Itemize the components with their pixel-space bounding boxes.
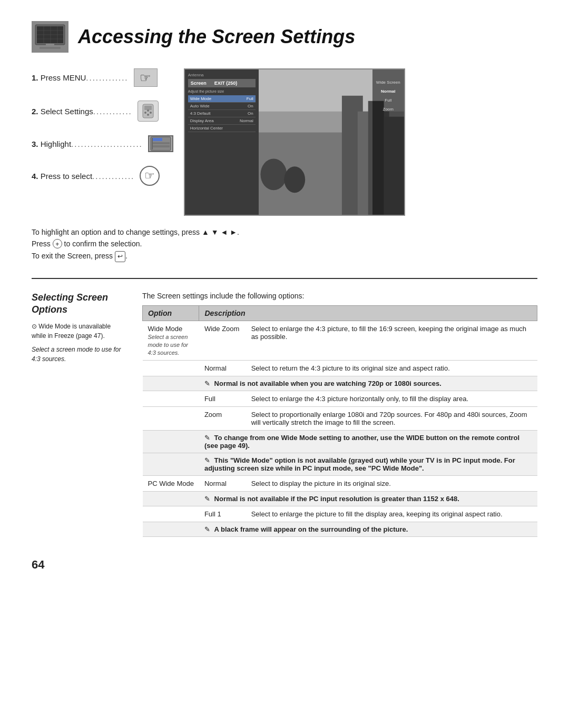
- note-black-frame: ✎ A black frame will appear on the surro…: [199, 522, 537, 536]
- page-title: Accessing the Screen Settings: [78, 26, 355, 48]
- intro-text: The Screen settings include the followin…: [142, 292, 537, 300]
- option-empty-3: [143, 406, 199, 430]
- desc-pc-normal-text: Select to display the picture in its ori…: [246, 475, 537, 491]
- note-empty-pc: [143, 491, 199, 506]
- svg-point-14: [147, 114, 149, 116]
- desc-full-label: Full: [199, 391, 246, 406]
- pencil-icon-2: ✎: [204, 434, 210, 442]
- tv-opt-wide-screen: Wide Screen: [375, 80, 401, 85]
- table-header-row: Option Description: [143, 305, 537, 321]
- page-header: Accessing the Screen Settings: [32, 21, 537, 53]
- svg-rect-18: [152, 142, 170, 144]
- step-3-text: 3. Highlight......................: [32, 139, 143, 148]
- desc-normal-label: Normal: [199, 360, 246, 376]
- tv-screen-title: Screen EXIT (250): [188, 79, 256, 87]
- note-row-normal: ✎ Normal is not available when you are w…: [143, 376, 537, 391]
- tv-settings-icon: [32, 21, 68, 53]
- step-4: 4. Press to select............. ☞: [32, 166, 173, 186]
- step-4-text: 4. Press to select.............: [32, 172, 134, 181]
- desc-full1-label: Full 1: [199, 506, 246, 522]
- desc-normal-text: Select to return the 4:3 picture to its …: [246, 360, 537, 376]
- step-2-text: 2. Select Settings............: [32, 107, 132, 116]
- tv-opt-full: Full: [375, 98, 401, 103]
- step-3-icon: [148, 135, 173, 152]
- table-row: Normal Select to return the 4:3 picture …: [143, 360, 537, 376]
- tv-opt-normal: Normal: [375, 89, 401, 94]
- wide-note-2-text: ✎ This "Wide Mode" option is not availab…: [199, 453, 537, 475]
- wide-note-row-2: ✎ This "Wide Mode" option is not availab…: [143, 453, 537, 475]
- svg-rect-20: [152, 138, 153, 149]
- section-divider: [32, 278, 537, 279]
- svg-point-12: [144, 112, 146, 114]
- step-1: 1. Press MENU............. ☞: [32, 68, 173, 87]
- col-description: Description: [199, 305, 537, 321]
- table-row: Zoom Select to proportionally enlarge 10…: [143, 406, 537, 430]
- pencil-icon-1: ✎: [204, 380, 210, 387]
- options-table: Option Description Wide Mode Select a sc…: [142, 305, 537, 537]
- tv-opt-zoom: Zoom: [375, 107, 401, 112]
- tv-screenshot: Antenna Screen EXIT (250) Adjust the pic…: [184, 68, 405, 216]
- desc-pc-normal-label: Normal: [199, 475, 246, 491]
- sidebar: Selecting Screen Options ⊙ Wide Mode is …: [32, 292, 126, 537]
- note-normal-720p: ✎ Normal is not available when you are w…: [199, 376, 537, 391]
- note-row-black-frame: ✎ A black frame will appear on the surro…: [143, 522, 537, 536]
- table-row: PC Wide Mode Normal Select to display th…: [143, 475, 537, 491]
- svg-rect-8: [46, 44, 54, 47]
- pencil-icon-5: ✎: [204, 525, 210, 533]
- note-pc-resolution: ✎ Normal is not available if the PC inpu…: [199, 491, 537, 506]
- tv-menu-wide-mode: Wide ModeFull: [188, 95, 256, 103]
- svg-rect-17: [152, 138, 162, 141]
- note-1: To highlight an option and to change set…: [32, 226, 537, 238]
- table-row: Full Select to enlarge the 4:3 picture h…: [143, 391, 537, 406]
- step-1-icon: ☞: [134, 68, 158, 87]
- step-2: 2. Select Settings............: [32, 101, 173, 122]
- tv-menu-auto-wide: Auto WideOn: [188, 103, 256, 110]
- option-empty-4: [143, 506, 199, 522]
- option-wide-mode: Wide Mode Select a screenmode to use for…: [143, 321, 199, 360]
- note-sun-icon: ⊙: [32, 323, 37, 330]
- step-3: 3. Highlight......................: [32, 135, 173, 152]
- sidebar-title: Selecting Screen Options: [32, 292, 126, 316]
- tv-image-area: Wide Screen Normal Full Zoom: [259, 69, 404, 216]
- desc-zoom-label: Zoom: [199, 406, 246, 430]
- sidebar-note: ⊙ Wide Mode is unavailable while in Free…: [32, 322, 126, 341]
- hand-icon: ☞: [140, 71, 151, 85]
- col-option: Option: [143, 305, 199, 321]
- tv-sidebar-options: Wide Screen Normal Full Zoom: [372, 69, 404, 216]
- table-header: Option Description: [143, 305, 537, 321]
- note-3: To exit the Screen, press ↩.: [32, 250, 537, 262]
- table-row: Wide Mode Select a screenmode to use for…: [143, 321, 537, 360]
- desc-zoom-text: Select to proportionally enlarge 1080i a…: [246, 406, 537, 430]
- desc-full-text: Select to enlarge the 4:3 picture horizo…: [246, 391, 537, 406]
- svg-rect-9: [40, 47, 61, 49]
- notes-section: To highlight an option and to change set…: [32, 226, 537, 262]
- svg-point-13: [150, 112, 152, 114]
- svg-point-29: [284, 166, 305, 193]
- tv-menu-horizontal-center: Horizontal Center: [188, 125, 256, 132]
- wide-note-empty-2: [143, 453, 199, 475]
- svg-point-15: [147, 109, 149, 112]
- step-1-text: 1. Press MENU.............: [32, 73, 129, 82]
- main-content: Selecting Screen Options ⊙ Wide Mode is …: [32, 292, 537, 537]
- option-empty-1: [143, 360, 199, 376]
- step-4-icon: ☞: [140, 166, 160, 186]
- option-empty-2: [143, 391, 199, 406]
- svg-point-28: [260, 158, 287, 190]
- svg-rect-19: [152, 145, 170, 147]
- tv-menu-display-area: Display AreaNormal: [188, 117, 256, 125]
- wide-note-1-text: ✎ To change from one Wide Mode setting t…: [199, 430, 537, 453]
- wide-note-empty-1: [143, 430, 199, 453]
- table-row: Full 1 Select to enlarge the picture to …: [143, 506, 537, 522]
- tv-menu-panel: Antenna Screen EXIT (250) Adjust the pic…: [185, 69, 259, 216]
- steps-list: 1. Press MENU............. ☞ 2. Select S…: [32, 68, 173, 216]
- wide-note-row-1: ✎ To change from one Wide Mode setting t…: [143, 430, 537, 453]
- note-empty-1: [143, 376, 199, 391]
- steps-section: 1. Press MENU............. ☞ 2. Select S…: [32, 68, 537, 216]
- desc-full1-text: Select to enlarge the picture to fill th…: [246, 506, 537, 522]
- pencil-icon-3: ✎: [204, 456, 210, 464]
- page-number: 64: [32, 558, 537, 572]
- desc-wide-zoom-label: Wide Zoom: [199, 321, 246, 360]
- option-pc-wide-mode: PC Wide Mode: [143, 475, 199, 491]
- tv-antenna-label: Antenna: [188, 73, 256, 77]
- tv-menu-4-3-default: 4:3 DefaultOn: [188, 110, 256, 117]
